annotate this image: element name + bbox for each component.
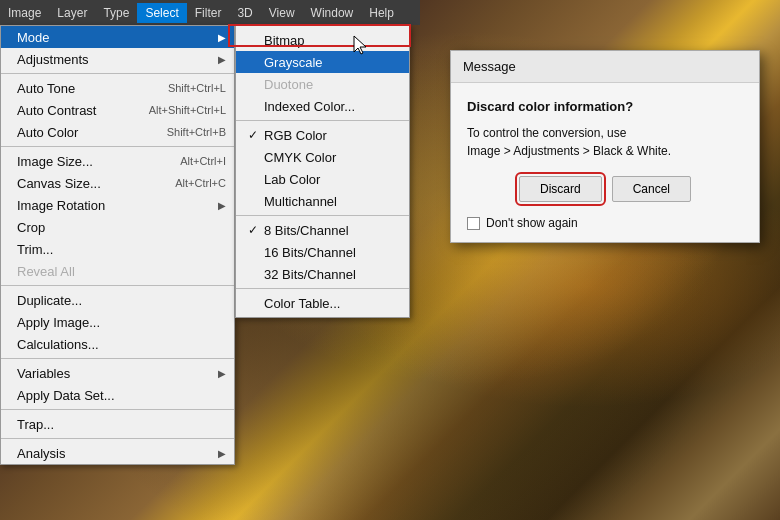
variables-arrow-icon: ▶	[218, 368, 226, 379]
message-dialog: Message Discard color information? To co…	[450, 50, 760, 243]
menu-item-reveal-all[interactable]: Reveal All	[1, 260, 234, 282]
menu-item-trap[interactable]: Trap...	[1, 413, 234, 435]
menu-bar-image[interactable]: Image	[0, 3, 49, 23]
menu-item-trim[interactable]: Trim...	[1, 238, 234, 260]
mode-arrow-icon: ▶	[218, 32, 226, 43]
menu-item-variables[interactable]: Variables ▶	[1, 362, 234, 384]
separator-5	[1, 409, 234, 410]
menu-bar: Image Layer Type Select Filter 3D View W…	[0, 0, 420, 25]
adjustments-arrow-icon: ▶	[218, 54, 226, 65]
image-dropdown-menu: Mode ▶ Adjustments ▶ Auto Tone Shift+Ctr…	[0, 25, 235, 465]
submenu-cmyk-label: CMYK Color	[264, 150, 336, 165]
menu-item-image-rotation[interactable]: Image Rotation ▶	[1, 194, 234, 216]
submenu-item-indexed-color[interactable]: Indexed Color...	[236, 95, 409, 117]
dialog-question-text: Discard color information?	[467, 99, 743, 114]
submenu-item-32bit[interactable]: 32 Bits/Channel	[236, 263, 409, 285]
submenu-item-multichannel[interactable]: Multichannel	[236, 190, 409, 212]
menu-item-duplicate-label: Duplicate...	[17, 293, 82, 308]
separator-2	[1, 146, 234, 147]
menu-item-auto-tone[interactable]: Auto Tone Shift+Ctrl+L	[1, 77, 234, 99]
discard-button[interactable]: Discard	[519, 176, 602, 202]
submenu-grayscale-label: Grayscale	[264, 55, 323, 70]
submenu-item-8bit[interactable]: ✓ 8 Bits/Channel	[236, 219, 409, 241]
menu-item-mode[interactable]: Mode ▶	[1, 26, 234, 48]
menu-bar-view[interactable]: View	[261, 3, 303, 23]
submenu-item-lab[interactable]: Lab Color	[236, 168, 409, 190]
auto-contrast-shortcut: Alt+Shift+Ctrl+L	[149, 104, 226, 116]
menu-item-trap-label: Trap...	[17, 417, 54, 432]
submenu-multichannel-label: Multichannel	[264, 194, 337, 209]
submenu-item-color-table[interactable]: Color Table...	[236, 292, 409, 314]
menu-item-image-size-label: Image Size...	[17, 154, 93, 169]
dialog-checkbox-row: Don't show again	[467, 216, 743, 230]
dont-show-again-label: Don't show again	[486, 216, 578, 230]
menu-item-trim-label: Trim...	[17, 242, 53, 257]
menu-item-reveal-all-label: Reveal All	[17, 264, 75, 279]
dialog-title-text: Message	[463, 59, 516, 74]
menu-item-adjustments-label: Adjustments	[17, 52, 89, 67]
submenu-item-grayscale[interactable]: Grayscale	[236, 51, 409, 73]
menu-item-apply-image-label: Apply Image...	[17, 315, 100, 330]
dialog-body: Discard color information? To control th…	[451, 83, 759, 242]
submenu-sep-1	[236, 120, 409, 121]
menu-item-adjustments[interactable]: Adjustments ▶	[1, 48, 234, 70]
menu-item-duplicate[interactable]: Duplicate...	[1, 289, 234, 311]
menu-bar-3d[interactable]: 3D	[229, 3, 260, 23]
submenu-sep-3	[236, 288, 409, 289]
rgb-checkmark: ✓	[248, 128, 264, 142]
menu-item-variables-label: Variables	[17, 366, 70, 381]
submenu-duotone-label: Duotone	[264, 77, 313, 92]
dialog-buttons: Discard Cancel	[467, 176, 743, 202]
menu-item-auto-contrast[interactable]: Auto Contrast Alt+Shift+Ctrl+L	[1, 99, 234, 121]
menu-item-apply-data-set[interactable]: Apply Data Set...	[1, 384, 234, 406]
dialog-info-line2: Image > Adjustments > Black & White.	[467, 144, 671, 158]
dialog-title-bar: Message	[451, 51, 759, 83]
menu-bar-filter[interactable]: Filter	[187, 3, 230, 23]
menu-item-apply-data-set-label: Apply Data Set...	[17, 388, 115, 403]
submenu-item-rgb[interactable]: ✓ RGB Color	[236, 124, 409, 146]
menu-item-auto-tone-label: Auto Tone	[17, 81, 75, 96]
menu-item-mode-label: Mode	[17, 30, 50, 45]
separator-1	[1, 73, 234, 74]
menu-bar-type[interactable]: Type	[95, 3, 137, 23]
dialog-info-text: To control the conversion, use Image > A…	[467, 124, 743, 160]
submenu-32bit-label: 32 Bits/Channel	[264, 267, 356, 282]
menu-bar-window[interactable]: Window	[303, 3, 362, 23]
mode-submenu: Bitmap Grayscale Duotone Indexed Color..…	[235, 25, 410, 318]
submenu-item-cmyk[interactable]: CMYK Color	[236, 146, 409, 168]
menu-item-analysis[interactable]: Analysis ▶	[1, 442, 234, 464]
menu-bar-help[interactable]: Help	[361, 3, 402, 23]
menu-item-apply-image[interactable]: Apply Image...	[1, 311, 234, 333]
menu-bar-select[interactable]: Select	[137, 3, 186, 23]
menu-item-analysis-label: Analysis	[17, 446, 65, 461]
submenu-sep-2	[236, 215, 409, 216]
submenu-rgb-label: RGB Color	[264, 128, 327, 143]
submenu-bitmap-label: Bitmap	[264, 33, 304, 48]
cancel-button[interactable]: Cancel	[612, 176, 691, 202]
dont-show-again-checkbox[interactable]	[467, 217, 480, 230]
menu-item-canvas-size[interactable]: Canvas Size... Alt+Ctrl+C	[1, 172, 234, 194]
auto-color-shortcut: Shift+Ctrl+B	[167, 126, 226, 138]
submenu-lab-label: Lab Color	[264, 172, 320, 187]
menu-item-calculations[interactable]: Calculations...	[1, 333, 234, 355]
menu-item-crop[interactable]: Crop	[1, 216, 234, 238]
analysis-arrow-icon: ▶	[218, 448, 226, 459]
separator-3	[1, 285, 234, 286]
separator-6	[1, 438, 234, 439]
separator-4	[1, 358, 234, 359]
menu-item-auto-color[interactable]: Auto Color Shift+Ctrl+B	[1, 121, 234, 143]
image-size-shortcut: Alt+Ctrl+I	[180, 155, 226, 167]
menu-item-auto-color-label: Auto Color	[17, 125, 78, 140]
auto-tone-shortcut: Shift+Ctrl+L	[168, 82, 226, 94]
menu-item-crop-label: Crop	[17, 220, 45, 235]
submenu-item-bitmap[interactable]: Bitmap	[236, 29, 409, 51]
menu-item-auto-contrast-label: Auto Contrast	[17, 103, 97, 118]
menu-bar-layer[interactable]: Layer	[49, 3, 95, 23]
submenu-color-table-label: Color Table...	[264, 296, 340, 311]
menu-item-image-size[interactable]: Image Size... Alt+Ctrl+I	[1, 150, 234, 172]
8bit-checkmark: ✓	[248, 223, 264, 237]
submenu-item-16bit[interactable]: 16 Bits/Channel	[236, 241, 409, 263]
menu-item-calculations-label: Calculations...	[17, 337, 99, 352]
image-rotation-arrow-icon: ▶	[218, 200, 226, 211]
submenu-item-duotone[interactable]: Duotone	[236, 73, 409, 95]
